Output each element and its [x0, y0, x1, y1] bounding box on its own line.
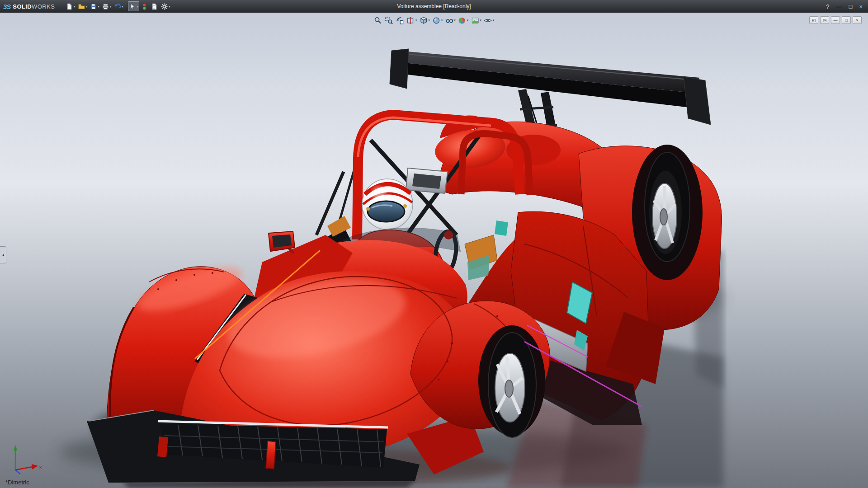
window-restore-button[interactable]: □ [842, 16, 851, 24]
window-close-button[interactable]: × [853, 16, 862, 24]
dropdown-chevron-icon[interactable]: ▾ [122, 5, 123, 8]
apply-scene-icon [471, 16, 479, 25]
app-titlebar: 3S SOLIDWORKS ▾ ▾ ▾ ▾ ▾ ▾ [0, 0, 868, 13]
save-icon [90, 3, 97, 10]
flyout-arrow-icon: ◂ [2, 253, 4, 257]
maximize-button[interactable]: □ [849, 3, 853, 10]
select-cursor-icon [129, 3, 137, 10]
file-properties-icon [151, 3, 158, 10]
orientation-triad: x [9, 444, 45, 476]
minimize-button[interactable]: — [836, 3, 842, 10]
dropdown-chevron-icon[interactable]: ▾ [137, 5, 139, 8]
options-button[interactable]: ▾ [160, 1, 171, 11]
doc-window-controls: ◱ ◳ — □ × [809, 16, 862, 24]
close-button[interactable]: × [859, 3, 863, 10]
edit-appearance-ball-icon [458, 16, 467, 25]
dropdown-chevron-icon[interactable]: ▾ [454, 19, 456, 22]
previous-view-icon [396, 16, 404, 25]
print-icon [102, 3, 109, 10]
window-minimize-button[interactable]: — [831, 16, 840, 24]
dropdown-chevron-icon[interactable]: ▾ [493, 19, 495, 22]
new-document-icon [66, 3, 73, 10]
zoom-to-area-button[interactable] [384, 15, 394, 25]
panel-flyout-tab[interactable]: ◂ [0, 246, 6, 263]
dropdown-chevron-icon[interactable]: ▾ [110, 5, 112, 8]
dropdown-chevron-icon[interactable]: ▾ [441, 19, 443, 22]
hide-show-glasses-icon [445, 16, 453, 25]
solidworks-brand: SOLIDWORKS [13, 3, 55, 10]
dropdown-chevron-icon[interactable]: ▾ [86, 5, 88, 8]
dropdown-chevron-icon[interactable]: ▾ [415, 19, 417, 22]
zoom-to-fit-icon [374, 16, 382, 25]
viewport-3d[interactable] [0, 0, 868, 488]
display-style-icon [432, 16, 441, 25]
triad-x-label: x [39, 465, 42, 470]
window-cascade-button[interactable]: ◱ [809, 16, 818, 24]
dassault-logo-icon: 3S [3, 3, 10, 10]
options-gear-icon [160, 3, 168, 10]
rebuild-icon [141, 3, 148, 10]
titlebar-controls: ? — □ × [826, 3, 868, 10]
brand-light: WORKS [32, 3, 55, 10]
dropdown-chevron-icon[interactable]: ▾ [169, 5, 170, 8]
print-button[interactable]: ▾ [101, 1, 113, 11]
hide-show-items-button[interactable]: ▾ [444, 15, 456, 25]
view-orientation-label: *Dimetric [5, 479, 29, 486]
dropdown-chevron-icon[interactable]: ▾ [428, 19, 430, 22]
undo-icon [113, 3, 121, 10]
dropdown-chevron-icon[interactable]: ▾ [74, 5, 75, 8]
file-properties-button[interactable] [150, 1, 159, 11]
open-button[interactable]: ▾ [77, 1, 89, 11]
dropdown-chevron-icon[interactable]: ▾ [467, 19, 469, 22]
new-document-button[interactable]: ▾ [65, 1, 76, 11]
section-view-icon [406, 16, 415, 25]
view-orientation-button[interactable]: ▾ [419, 15, 430, 25]
view-orientation-cube-icon [419, 16, 428, 25]
save-button[interactable]: ▾ [89, 1, 100, 11]
window-tile-button[interactable]: ◳ [820, 16, 829, 24]
dropdown-chevron-icon[interactable]: ▾ [480, 19, 481, 22]
solidworks-logo: 3S SOLIDWORKS [0, 3, 58, 10]
undo-button[interactable]: ▾ [113, 1, 124, 11]
view-settings-eye-icon [484, 16, 492, 25]
quick-toolbar: ▾ ▾ ▾ ▾ ▾ ▾ ▾ [65, 1, 171, 11]
rebuild-button[interactable] [140, 1, 149, 11]
brand-bold: SOLID [13, 3, 32, 10]
open-icon [78, 3, 85, 10]
display-style-button[interactable]: ▾ [432, 15, 443, 25]
edit-appearance-button[interactable]: ▾ [458, 15, 469, 25]
zoom-to-fit-button[interactable] [373, 15, 383, 25]
headsup-view-toolbar: ▾ ▾ ▾ ▾ ▾ ▾ ▾ [373, 15, 495, 25]
select-button[interactable]: ▾ [128, 1, 140, 11]
help-button[interactable]: ? [826, 3, 829, 10]
section-view-button[interactable]: ▾ [406, 15, 418, 25]
dropdown-chevron-icon[interactable]: ▾ [98, 5, 99, 8]
car-model[interactable] [87, 49, 722, 483]
previous-view-button[interactable] [395, 15, 405, 25]
apply-scene-button[interactable]: ▾ [470, 15, 482, 25]
zoom-to-area-icon [385, 16, 393, 25]
view-settings-button[interactable]: ▾ [483, 15, 495, 25]
